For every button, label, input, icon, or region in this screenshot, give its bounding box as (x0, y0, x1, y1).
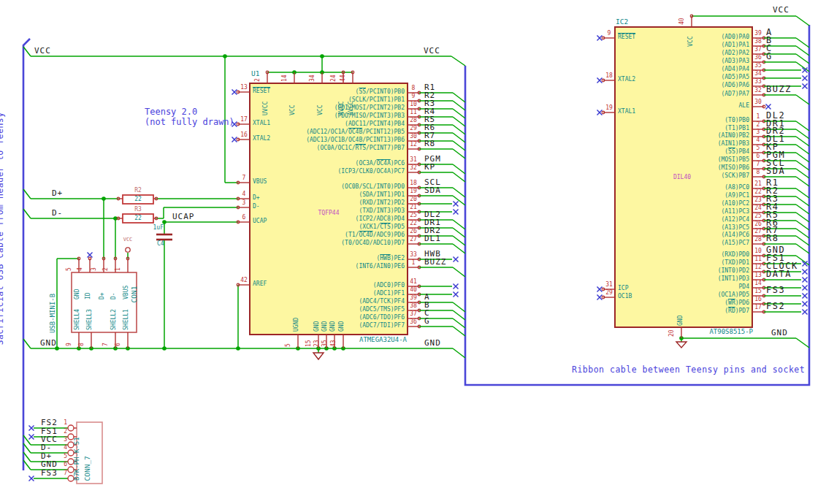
con1-body (72, 272, 137, 332)
connector-pin-circle (68, 425, 74, 431)
connector-pin-circle (68, 442, 74, 448)
wire (453, 93, 465, 102)
connector-pin-circle (68, 450, 74, 456)
junction-dot (320, 54, 324, 58)
wire (453, 348, 465, 358)
conn7-body (77, 422, 102, 484)
connector-pin-circle (68, 467, 74, 473)
wire (796, 38, 809, 47)
wire (23, 47, 31, 56)
junction-dot (223, 54, 227, 58)
wire (796, 145, 809, 154)
wire (796, 161, 809, 170)
wire (453, 101, 465, 110)
wire (796, 244, 809, 253)
wire (453, 244, 465, 253)
wire (796, 54, 809, 64)
wire (451, 56, 465, 66)
connector-pin-circle (68, 434, 74, 440)
wire (453, 188, 465, 197)
u1-body (250, 83, 408, 335)
wire (796, 213, 809, 222)
wire (453, 228, 465, 237)
wire (453, 302, 465, 312)
schematic-canvas: Sacrificial USB cable from header to Tee… (0, 0, 826, 504)
wire (453, 327, 465, 336)
schematic-wiring (0, 0, 826, 504)
bus-left (23, 39, 30, 470)
connector-pin-circle (68, 459, 74, 465)
wire (23, 460, 31, 470)
wire (453, 117, 465, 126)
wire (796, 95, 809, 104)
wire (453, 267, 465, 277)
wire (796, 16, 809, 26)
wire (796, 188, 809, 198)
wire (453, 141, 465, 150)
wire (453, 164, 465, 174)
gnd-symbol (313, 353, 324, 359)
connector-pin-circle (68, 476, 74, 481)
wire (453, 310, 465, 320)
wire (23, 443, 31, 453)
wire (796, 169, 809, 178)
wire (796, 338, 809, 348)
vcc-symbol (126, 248, 130, 252)
wire (796, 205, 809, 214)
wire (453, 109, 465, 118)
resistor-R2 (123, 195, 153, 204)
junction-dot (55, 346, 59, 351)
junction-dot (162, 346, 167, 351)
wire (796, 196, 809, 206)
gnd-symbol (676, 342, 687, 348)
wire (453, 236, 465, 245)
wire (23, 452, 31, 462)
wire (453, 220, 465, 229)
wire (23, 339, 31, 348)
junction-dot (102, 196, 106, 201)
wire (23, 189, 31, 199)
wire (796, 177, 809, 186)
wire (453, 172, 465, 182)
wire (23, 209, 31, 218)
junction-dot (162, 220, 167, 224)
resistor-R3 (123, 214, 153, 223)
ic2-body (615, 27, 752, 327)
wire (796, 153, 809, 162)
wire (453, 149, 465, 159)
junction-dot (236, 346, 240, 351)
wire (453, 133, 465, 142)
wire (796, 121, 809, 131)
wire (23, 435, 31, 445)
wire (796, 221, 809, 230)
wire (796, 46, 809, 56)
wire (453, 125, 465, 134)
wire (453, 318, 465, 328)
wire (453, 196, 465, 205)
